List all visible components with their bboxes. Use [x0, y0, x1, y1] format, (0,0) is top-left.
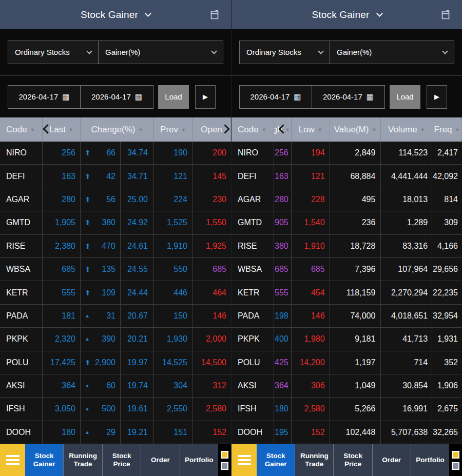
- tab-stock-price[interactable]: Stock Price: [102, 444, 141, 476]
- cell-value: 7,396: [330, 258, 381, 281]
- tab-order[interactable]: Order: [372, 444, 411, 476]
- date-to-field[interactable]: 2026-04-17 ▦: [81, 85, 153, 109]
- menu-button[interactable]: [0, 444, 25, 476]
- table-row[interactable]: POLU17,42514,2001,197714352: [232, 351, 462, 374]
- cell-last: 280: [43, 188, 81, 211]
- play-button[interactable]: ▶: [427, 85, 447, 109]
- page-title-dropdown[interactable]: Stock Gainer: [312, 9, 381, 21]
- ranking-select[interactable]: Gainer(%): [330, 41, 454, 64]
- table-row[interactable]: RISE2,3801,91018,72883,3164,166: [232, 235, 462, 258]
- ranking-select-value: Gainer(%): [337, 48, 372, 56]
- tab-running-trade[interactable]: Running Trade: [63, 444, 102, 476]
- cell-freq: 22,235: [432, 281, 462, 304]
- table-row[interactable]: WBSA685⬆13524.55550685: [0, 258, 231, 281]
- table-row[interactable]: PADA19814674,0004,018,65132,954: [232, 305, 462, 328]
- date-to-field[interactable]: 2026-04-17 ▦: [312, 85, 385, 109]
- cell-open: 146: [192, 305, 231, 327]
- column-header-freq[interactable]: Freq▼: [432, 117, 462, 142]
- table-row[interactable]: IFSH3,1802,5805,26616,9912,675: [232, 398, 462, 421]
- table-row[interactable]: DOOH180▲2919.21151152: [0, 421, 231, 444]
- table-row[interactable]: POLU17,425⬆2,90019.9714,52514,500: [0, 351, 231, 374]
- column-header-low[interactable]: Low▼: [292, 117, 330, 142]
- table-row[interactable]: NIRO2561942,849114,5232,417: [232, 142, 462, 165]
- table-row[interactable]: AKSI3643061,04930,8541,906: [232, 374, 462, 398]
- table-row[interactable]: AGAR280⬆5625.00224230: [0, 188, 231, 211]
- ranking-select[interactable]: Gainer(%): [98, 41, 223, 64]
- cell-value: 68,884: [330, 165, 381, 187]
- save-layout-icon[interactable]: [208, 9, 221, 21]
- cell-low: 1,910: [292, 235, 330, 257]
- cell-high: 256: [274, 142, 292, 164]
- cell-high: 163: [274, 165, 292, 187]
- up-arrow-icon: ▲: [85, 313, 90, 319]
- cell-change: ⬆135: [81, 258, 121, 281]
- column-header-prev[interactable]: Prev▼: [154, 117, 192, 142]
- save-layout-icon[interactable]: [439, 9, 452, 21]
- column-header-code[interactable]: Code▼: [0, 117, 43, 142]
- table-row[interactable]: KETR555⬆10924.44446464: [0, 281, 231, 304]
- inactive-pane-indicator[interactable]: [452, 462, 459, 470]
- cell-change: ⬆380: [81, 211, 121, 234]
- table-row[interactable]: GMTD1,905⬆38024.921,5251,550: [0, 211, 231, 234]
- cell-change: ⬆109: [81, 281, 121, 304]
- inactive-pane-indicator[interactable]: [221, 462, 228, 470]
- cell-low: 1,980: [292, 328, 330, 350]
- up-arrow-icon: ⬆: [85, 219, 91, 226]
- table-row[interactable]: AGAR28022849518,013814: [232, 188, 462, 211]
- up-arrow-icon: ⬆: [85, 173, 91, 180]
- table-row[interactable]: DEFI163⬆4234.71121145: [0, 165, 231, 188]
- sort-icon: ▼: [318, 127, 322, 132]
- tab-portfolio[interactable]: Portfolio: [411, 444, 449, 476]
- market-select-value: Ordinary Stocks: [246, 48, 301, 56]
- sort-icon: ▼: [30, 127, 35, 132]
- change-value: 500: [102, 404, 116, 413]
- cell-open: 1,550: [192, 211, 231, 234]
- table-row[interactable]: PKPK2,4001,9809,18141,7131,931: [232, 328, 462, 351]
- cell-code: AGAR: [232, 188, 274, 211]
- date-from-field[interactable]: 2026-04-17 ▦: [8, 85, 81, 109]
- cell-change: ⬆66: [81, 142, 121, 164]
- table-row[interactable]: WBSA6856857,396107,96429,656: [232, 258, 462, 281]
- tab-portfolio[interactable]: Portfolio: [180, 444, 218, 476]
- play-button[interactable]: ▶: [195, 85, 216, 109]
- column-header-code[interactable]: Code▼: [232, 117, 274, 142]
- cell-prev: 2,550: [154, 398, 192, 420]
- tab-stock-price[interactable]: Stock Price: [333, 444, 372, 476]
- cell-open: 312: [192, 374, 231, 397]
- tab-stock-gainer[interactable]: Stock Gainer: [25, 444, 63, 476]
- tab-stock-gainer[interactable]: Stock Gainer: [257, 444, 295, 476]
- active-pane-indicator[interactable]: [452, 451, 459, 459]
- sort-icon: ▼: [262, 127, 266, 132]
- active-pane-indicator[interactable]: [221, 451, 228, 459]
- sort-icon: ▼: [69, 127, 73, 132]
- load-button[interactable]: Load: [390, 85, 420, 109]
- load-button[interactable]: Load: [158, 85, 189, 109]
- column-header-value[interactable]: Value(M)▼: [330, 117, 381, 142]
- table-row[interactable]: PADA181▲3120.67150146: [0, 305, 231, 328]
- cell-open: 200: [192, 142, 231, 164]
- table-row[interactable]: RISE2,380⬆47024.611,9101,925: [0, 235, 231, 258]
- date-from-field[interactable]: 2026-04-17 ▦: [239, 85, 312, 109]
- table-row[interactable]: AKSI364▲6019.74304312: [0, 374, 231, 398]
- cell-change-pct: 19.61: [121, 398, 154, 420]
- cell-volume: 4,018,651: [381, 305, 432, 327]
- table-row[interactable]: IFSH3,050▲50019.612,5502,580: [0, 398, 231, 421]
- column-header-change[interactable]: Change(%)▼: [81, 117, 154, 142]
- tab-running-trade[interactable]: Running Trade: [295, 444, 333, 476]
- table-row[interactable]: DEFI16312168,8844,441,44442,092: [232, 165, 462, 188]
- table-row[interactable]: KETR555454118,1592,270,29422,235: [232, 281, 462, 304]
- menu-button[interactable]: [232, 444, 257, 476]
- hamburger-icon: [6, 459, 20, 461]
- cell-prev: 304: [154, 374, 192, 397]
- table-row[interactable]: PKPK2,320▲39020.211,9302,000: [0, 328, 231, 351]
- tab-order[interactable]: Order: [141, 444, 179, 476]
- column-header-volume[interactable]: Volume▼: [381, 117, 432, 142]
- table-row[interactable]: NIRO256⬆6634.74190200: [0, 142, 231, 165]
- market-select[interactable]: Ordinary Stocks: [8, 41, 98, 64]
- table-header: Code▼ Last▼ Change(%)▼ Prev▼ Open: [0, 117, 231, 142]
- table-row[interactable]: GMTD1,9051,5402361,289309: [232, 211, 462, 234]
- cell-last: 2,320: [43, 328, 81, 350]
- page-title-dropdown[interactable]: Stock Gainer: [81, 9, 150, 21]
- market-select[interactable]: Ordinary Stocks: [239, 41, 330, 64]
- table-row[interactable]: DOOH195152102,4485,707,63832,265: [232, 421, 462, 444]
